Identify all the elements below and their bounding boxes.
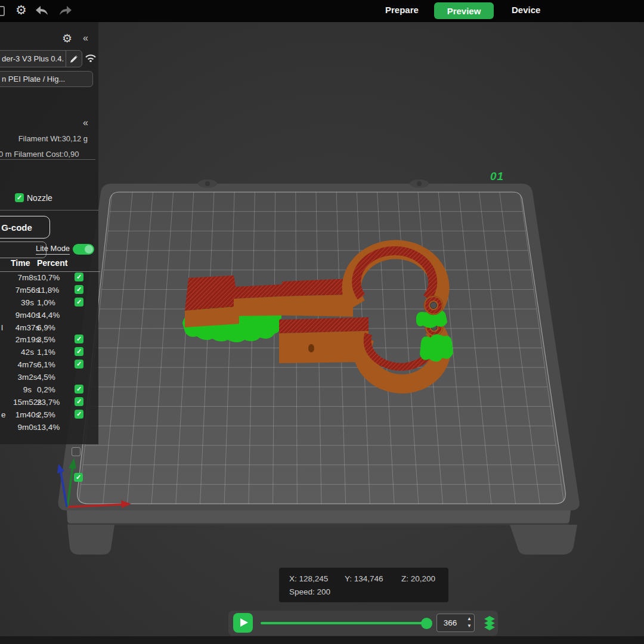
row-visibility-checkbox[interactable]: ✓ (75, 298, 83, 306)
position-y: Y: 134,746 (345, 574, 401, 583)
column-header-percent: Percent (37, 258, 67, 268)
plate-type-value: n PEI Plate / Hig... (2, 75, 65, 83)
position-x: X: 128,245 (289, 574, 345, 583)
table-row: 9m0s 13,4% (0, 421, 99, 434)
row-percent-value: 10,7% (37, 273, 60, 282)
layer-number-input[interactable]: 366 ▲ ▼ (436, 614, 475, 632)
column-header-time: Time (11, 258, 30, 268)
layer-number-value: 366 (437, 614, 463, 631)
lite-mode-label: Lite Mode (36, 244, 70, 255)
play-icon (240, 618, 248, 627)
plate-number-label: 01 (490, 170, 504, 183)
table-row: 42s 1,1% ✓ (0, 346, 99, 358)
bottom-strip (0, 636, 644, 644)
plate-clip-hole (417, 181, 422, 186)
plate-overlay-checkbox[interactable]: ✓ (74, 473, 83, 482)
edit-pencil-icon[interactable] (66, 51, 82, 67)
model-hole (308, 344, 314, 352)
tab-device[interactable]: Device (512, 5, 540, 15)
table-row: 7m8s 10,7% ✓ (0, 271, 99, 284)
toggle-knob (85, 245, 93, 253)
layer-slider-track[interactable] (261, 622, 429, 624)
lite-mode-toggle[interactable] (73, 244, 94, 255)
row-visibility-checkbox[interactable]: ✓ (75, 385, 83, 394)
row-visibility-checkbox[interactable]: ✓ (75, 285, 83, 294)
table-row: l 4m37s 6,9% (0, 321, 99, 334)
model-face (234, 284, 282, 299)
table-row: 3m2s 4,5% (0, 371, 99, 383)
nozzle-checkbox[interactable]: ✓ (15, 193, 24, 202)
model-face (185, 275, 239, 311)
collapse-stats-icon[interactable]: « (83, 117, 88, 128)
row-percent-value: 23,7% (37, 398, 60, 407)
top-toolbar: ⚙ Prepare Preview Device (0, 0, 644, 22)
row-percent-value: 13,4% (37, 423, 60, 432)
position-z: Z: 20,200 (401, 574, 435, 583)
layer-slider-handle[interactable] (421, 618, 432, 629)
row-percent-value: 3,5% (37, 335, 55, 344)
model-wall (234, 296, 282, 316)
table-row: 9m40s 14,4% (0, 309, 99, 321)
tab-preview[interactable]: Preview (434, 2, 494, 19)
gcode-button[interactable]: G-code (0, 216, 50, 239)
layer-playback-bar: 366 ▲ ▼ (228, 611, 498, 636)
redo-icon[interactable] (57, 5, 73, 19)
settings-gear-icon[interactable]: ⚙ (16, 3, 27, 17)
speed-label: Speed: 200 (289, 587, 330, 596)
table-row: 7m56s 11,8% ✓ (0, 284, 99, 296)
spin-down-icon[interactable]: ▼ (467, 623, 472, 630)
table-row: 9s 0,2% ✓ (0, 383, 99, 396)
plate-type-field[interactable]: n PEI Plate / Hig... (0, 71, 93, 87)
undo-icon[interactable] (35, 5, 50, 19)
layers-icon[interactable] (482, 615, 497, 633)
row-visibility-checkbox[interactable]: ✓ (75, 397, 83, 406)
table-row: 2m19s 3,5% ✓ (0, 333, 99, 346)
plate-apron (67, 510, 571, 524)
plate-left-leg (67, 525, 114, 555)
left-sidebar: ⚙ « der-3 V3 Plus 0.4. n PEI Plate / Hig… (0, 22, 98, 444)
row-percent-value: 1,0% (37, 298, 55, 307)
printer-name: der-3 V3 Plus 0.4. (2, 54, 64, 63)
collapse-panel-icon[interactable]: « (83, 33, 88, 44)
table-row: 4m7s 6,1% ✓ (0, 358, 99, 371)
row-visibility-checkbox[interactable]: ✓ (75, 347, 83, 356)
row-percent-value: 14,4% (37, 311, 60, 320)
window-icon[interactable] (0, 6, 5, 16)
layer-spinner[interactable]: ▲ ▼ (465, 615, 474, 630)
plate-clip-hole (205, 181, 210, 186)
row-percent-value: 6,9% (37, 323, 55, 332)
table-row: 15m52s 23,7% ✓ (0, 396, 99, 408)
plate-overlay-checkbox[interactable] (72, 447, 80, 456)
gcode-position-panel: X: 128,245 Y: 134,746 Z: 20,200 Speed: 2… (279, 568, 448, 602)
play-button[interactable] (233, 613, 253, 633)
model-lug-hole (431, 302, 437, 309)
nozzle-label: Nozzle (27, 193, 52, 203)
model-wall (282, 295, 353, 317)
spin-up-icon[interactable]: ▲ (467, 615, 472, 623)
row-percent-value: 6,1% (37, 360, 55, 369)
printer-select-field[interactable]: der-3 V3 Plus 0.4. (0, 50, 82, 67)
filament-cost-label: 0 m Filament Cost:0,90 (0, 150, 79, 159)
table-row: 39s 1,0% ✓ (0, 296, 99, 309)
plate-right-leg (510, 525, 577, 555)
row-percent-value: 4,5% (37, 373, 55, 382)
wifi-icon[interactable] (85, 53, 97, 65)
tab-prepare[interactable]: Prepare (385, 5, 419, 15)
row-percent-value: 1,1% (37, 348, 55, 357)
row-visibility-checkbox[interactable]: ✓ (75, 273, 83, 281)
row-percent-value: 11,8% (37, 286, 59, 295)
row-visibility-checkbox[interactable]: ✓ (75, 410, 83, 419)
support-material (420, 334, 453, 361)
row-label-fragment: l (1, 323, 3, 332)
row-percent-value: 0,2% (37, 385, 55, 394)
row-visibility-checkbox[interactable]: ✓ (75, 335, 83, 343)
row-percent-value: 2,5% (37, 410, 55, 419)
printer-settings-gear-icon[interactable]: ⚙ (62, 32, 72, 45)
model-face (279, 317, 369, 333)
app-window: 01 ⚙ Prepare Preview Device ⚙ « der-3 V3… (0, 0, 644, 644)
table-row: e 1m40s 2,5% ✓ (0, 408, 99, 421)
filament-weight-label: Filament Wt:30,12 g (0, 134, 88, 143)
row-label-fragment: e (1, 410, 6, 419)
feature-type-table: 7m8s 10,7% ✓ 7m56s 11,8% ✓ 39s 1,0% ✓ 9m… (0, 271, 99, 434)
row-visibility-checkbox[interactable]: ✓ (75, 360, 83, 369)
